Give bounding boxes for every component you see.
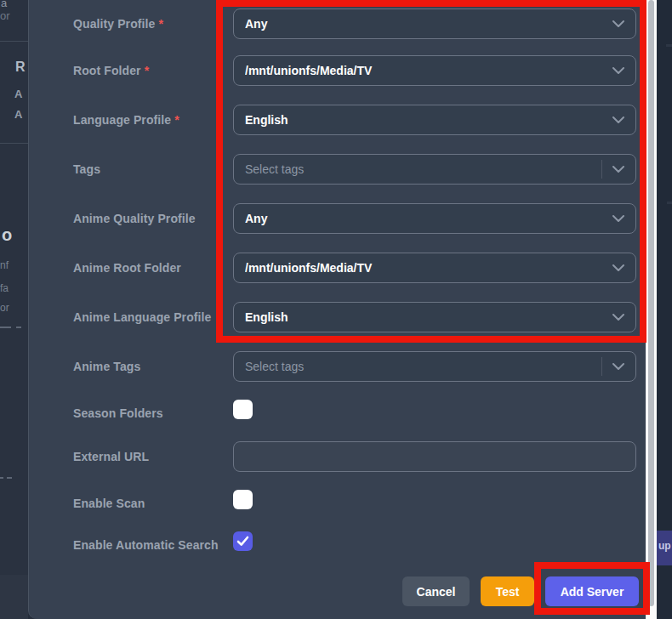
select-value: English [245, 310, 612, 324]
background-dash [666, 44, 672, 47]
test-button[interactable]: Test [481, 576, 534, 606]
required-asterisk: * [145, 64, 150, 77]
field-label: Language Profile* [73, 113, 179, 127]
field-label: Season Folders [73, 406, 163, 420]
background-text-fragment: up [658, 540, 671, 552]
enable-scan-checkbox[interactable] [233, 490, 253, 509]
select-placeholder: Select tags [245, 162, 601, 176]
background-divider [0, 41, 28, 42]
select-value: Any [245, 17, 612, 31]
select-value: /mnt/unionfs/Media/TV [245, 64, 612, 77]
field-label: Anime Language Profile [73, 310, 211, 324]
select-placeholder: Select tags [245, 360, 601, 373]
form-row-anime-quality-profile: Anime Quality Profile Any [29, 203, 646, 234]
field-label: Tags [73, 162, 100, 176]
form-row-tags: Tags Select tags [29, 154, 646, 185]
background-divider [0, 143, 28, 144]
field-label: External URL [73, 450, 149, 463]
background-text-fragment: o [2, 225, 12, 245]
chevron-down-icon [612, 67, 624, 74]
required-asterisk: * [174, 113, 179, 127]
chevron-down-icon [612, 20, 624, 27]
field-label: Enable Scan [73, 497, 145, 510]
field-label: Root Folder* [73, 64, 149, 77]
chevron-down-icon [612, 363, 624, 370]
background-text-fragment: or [0, 9, 10, 22]
background-band [0, 575, 28, 619]
select-value: Any [245, 212, 612, 225]
form-row-enable-scan: Enable Scan [29, 490, 646, 509]
background-dash [0, 477, 3, 479]
multiselect-divider [601, 357, 602, 376]
background-dash [16, 327, 21, 328]
background-dash [0, 327, 11, 328]
root-folder-select[interactable]: /mnt/unionfs/Media/TV [233, 55, 636, 86]
form-row-anime-tags: Anime Tags Select tags [29, 351, 646, 382]
form-row-external-url: External URL [29, 441, 646, 472]
checkmark-icon [236, 536, 249, 547]
background-text-fragment: nf [0, 259, 9, 271]
background-text-fragment: A [14, 108, 22, 121]
season-folders-checkbox[interactable] [233, 400, 253, 419]
required-asterisk: * [158, 17, 163, 31]
enable-automatic-search-checkbox[interactable] [233, 531, 253, 551]
form-row-quality-profile: Quality Profile* Any [29, 9, 646, 39]
background-dash [7, 477, 12, 479]
background-text-fragment: R [15, 60, 26, 75]
select-value: /mnt/unionfs/Media/TV [245, 261, 612, 275]
anime-quality-profile-select[interactable]: Any [233, 203, 636, 234]
form-row-enable-automatic-search: Enable Automatic Search [29, 531, 646, 551]
background-text-fragment: fa [0, 282, 9, 294]
background-text-fragment: a [1, 0, 7, 9]
chevron-down-icon [612, 264, 624, 271]
form-row-root-folder: Root Folder* /mnt/unionfs/Media/TV [29, 55, 646, 86]
add-sonarr-server-modal: Quality Profile* Any Root Folder* /mnt/u… [28, 0, 646, 619]
form-row-season-folders: Season Folders [29, 400, 646, 419]
overseerr-sonarr-server-modal: a or R A A o nf fa or Quality Profile* A… [0, 0, 672, 619]
form-row-anime-language-profile: Anime Language Profile English [29, 302, 646, 332]
external-url-input[interactable] [233, 441, 636, 472]
chevron-down-icon [612, 116, 624, 123]
form-row-anime-root-folder: Anime Root Folder /mnt/unionfs/Media/TV [29, 253, 646, 283]
cancel-button[interactable]: Cancel [402, 576, 470, 606]
chevron-down-icon [612, 166, 624, 173]
multiselect-divider [601, 160, 602, 179]
add-server-button[interactable]: Add Server [545, 576, 639, 606]
field-label: Quality Profile* [73, 17, 163, 31]
background-button-fragment: up [657, 531, 672, 565]
quality-profile-select[interactable]: Any [233, 9, 636, 39]
background-page-right: up [657, 0, 672, 619]
scrollbar-thumb[interactable] [648, 0, 654, 606]
field-label: Anime Quality Profile [73, 212, 196, 225]
field-label: Enable Automatic Search [73, 538, 219, 552]
field-label: Anime Tags [73, 360, 140, 373]
anime-tags-multiselect[interactable]: Select tags [233, 351, 636, 382]
scrollbar-track[interactable] [646, 0, 657, 619]
tags-multiselect[interactable]: Select tags [233, 154, 636, 185]
chevron-down-icon [612, 215, 624, 222]
background-text-fragment: or [0, 302, 9, 314]
background-dash [667, 202, 672, 204]
field-label: Anime Root Folder [73, 261, 181, 275]
background-text-fragment: A [14, 88, 22, 100]
anime-language-profile-select[interactable]: English [233, 302, 636, 332]
background-page-left: a or R A A o nf fa or [0, 0, 28, 619]
chevron-down-icon [612, 314, 624, 321]
select-value: English [245, 113, 612, 127]
language-profile-select[interactable]: English [233, 105, 636, 135]
form-row-language-profile: Language Profile* English [29, 105, 646, 135]
anime-root-folder-select[interactable]: /mnt/unionfs/Media/TV [233, 253, 636, 283]
